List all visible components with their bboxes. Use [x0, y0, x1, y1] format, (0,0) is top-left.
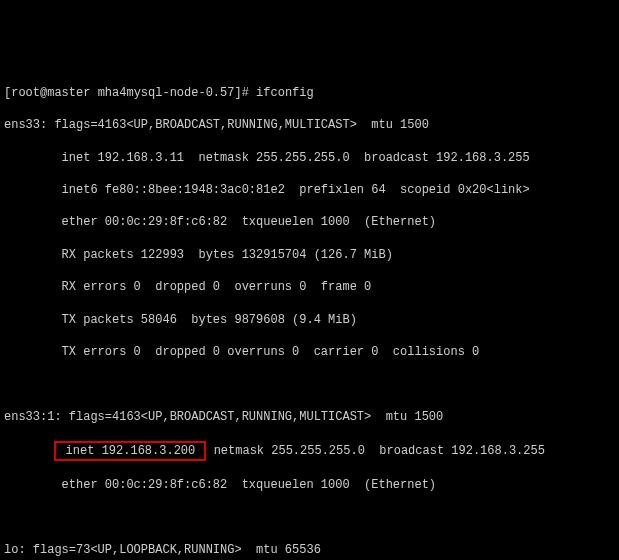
ens33-rx-packets: RX packets 122993 bytes 132915704 (126.7… [4, 247, 615, 263]
ens33-tx-packets: TX packets 58046 bytes 9879608 (9.4 MiB) [4, 312, 615, 328]
blank-line [4, 376, 615, 392]
ens33-1-ether: ether 00:0c:29:8f:c6:82 txqueuelen 1000 … [4, 477, 615, 493]
prompt-host: master [47, 86, 90, 100]
ens33-ether: ether 00:0c:29:8f:c6:82 txqueuelen 1000 … [4, 214, 615, 230]
ens33-tx-errors: TX errors 0 dropped 0 overruns 0 carrier… [4, 344, 615, 360]
ens33-1-header: ens33:1: flags=4163<UP,BROADCAST,RUNNING… [4, 409, 615, 425]
ens33-inet: inet 192.168.3.11 netmask 255.255.255.0 … [4, 150, 615, 166]
prompt-user: root [11, 86, 40, 100]
ens33-1-inet-line: inet 192.168.3.200 netmask 255.255.255.0… [4, 441, 615, 461]
ens33-inet6: inet6 fe80::8bee:1948:3ac0:81e2 prefixle… [4, 182, 615, 198]
prompt-line-1[interactable]: [root@master mha4mysql-node-0.57]# ifcon… [4, 85, 615, 101]
lo-header: lo: flags=73<UP,LOOPBACK,RUNNING> mtu 65… [4, 542, 615, 558]
blank-line [4, 510, 615, 526]
highlighted-ip: inet 192.168.3.200 [54, 441, 206, 461]
terminal-output: [root@master mha4mysql-node-0.57]# ifcon… [4, 69, 615, 560]
prompt-suffix: ]# [234, 86, 248, 100]
command-text: ifconfig [256, 86, 314, 100]
inet-suffix: netmask 255.255.255.0 broadcast 192.168.… [206, 444, 544, 458]
prompt-path: mha4mysql-node-0.57 [98, 86, 235, 100]
inet-prefix [4, 444, 54, 458]
ens33-header: ens33: flags=4163<UP,BROADCAST,RUNNING,M… [4, 117, 615, 133]
ens33-rx-errors: RX errors 0 dropped 0 overruns 0 frame 0 [4, 279, 615, 295]
